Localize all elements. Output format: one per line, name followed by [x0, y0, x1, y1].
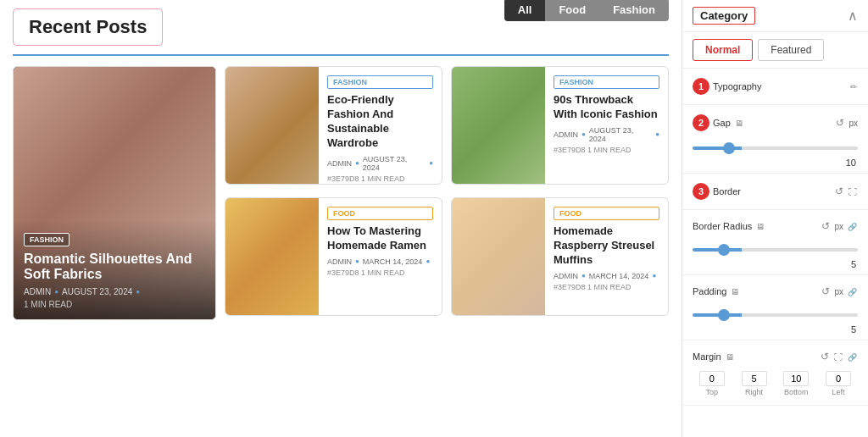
- gap-value: 10: [693, 158, 858, 168]
- padding-row: Padding px: [693, 280, 858, 302]
- post-eco-thumb: [225, 67, 319, 184]
- section-divider: [13, 54, 669, 56]
- padding-unit: px: [834, 287, 843, 296]
- padding-value: 5: [693, 324, 858, 335]
- post-card-ramen[interactable]: FOOD How To Mastering Homemade Ramen ADM…: [225, 197, 442, 316]
- posts-grid: FASHION Romantic Silhouettes And Soft Fa…: [13, 66, 669, 320]
- margin-top-input[interactable]: [699, 371, 725, 386]
- margin-monitor-icon[interactable]: [725, 350, 735, 363]
- border-expand-icon[interactable]: [848, 185, 858, 198]
- filter-food-button[interactable]: Food: [545, 0, 599, 21]
- post-muffins-category: FOOD: [554, 207, 659, 220]
- border-radius-link-icon[interactable]: [847, 219, 858, 233]
- post-90s-title: 90s Throwback With Iconic Fashion: [554, 93, 659, 122]
- post-ramen-thumb: [225, 198, 319, 315]
- margin-refresh-icon[interactable]: [820, 350, 830, 363]
- border-radius-row: Border Radius px: [693, 215, 858, 237]
- post-muffins-image: [452, 198, 545, 315]
- main-content-area: Recent Posts All Food Fashion FASHION Ro…: [0, 0, 682, 437]
- annotation-3: 3: [693, 183, 709, 200]
- filter-buttons-group: All Food Fashion: [504, 0, 669, 21]
- post-ramen-content: FOOD How To Mastering Homemade Ramen ADM…: [319, 198, 442, 315]
- margin-section: Margin Top Right Bottom: [682, 340, 868, 406]
- typography-edit-icon[interactable]: [849, 80, 858, 93]
- border-radius-slider[interactable]: [693, 248, 858, 252]
- gap-slider-row: [693, 136, 858, 158]
- margin-link-icon[interactable]: [847, 350, 858, 363]
- border-controls: [834, 185, 858, 198]
- typography-section: 1 Typography: [682, 69, 868, 105]
- filter-fashion-button[interactable]: Fashion: [599, 0, 669, 21]
- border-label: 3 Border: [693, 183, 741, 200]
- gap-slider[interactable]: [693, 147, 858, 150]
- padding-refresh-icon[interactable]: [821, 285, 831, 298]
- margin-controls: [820, 350, 858, 363]
- recent-posts-title: Recent Posts: [13, 8, 163, 46]
- post-90s-hash: #3E79D8 1 MIN READ: [554, 146, 659, 154]
- panel-collapse-button[interactable]: ∧: [848, 8, 858, 24]
- gap-unit: px: [849, 119, 858, 128]
- post-card-muffins[interactable]: FOOD Homemade Raspberry Streusel Muffins…: [451, 197, 669, 316]
- post-large-title: Romantic Silhouettes And Soft Fabrics: [24, 252, 205, 282]
- padding-label: Padding: [693, 285, 740, 298]
- post-90s-category: FASHION: [554, 75, 659, 89]
- margin-left-input[interactable]: [826, 371, 851, 386]
- border-radius-monitor-icon[interactable]: [755, 219, 765, 233]
- annotation-1: 1: [693, 78, 709, 95]
- margin-label: Margin: [693, 350, 735, 363]
- panel-header: Category ∧: [682, 0, 868, 32]
- post-muffins-thumb: [452, 198, 545, 315]
- margin-right-cell: Right: [735, 371, 774, 396]
- post-eco-image: [225, 67, 319, 184]
- post-eco-meta: ADMIN ● AUGUST 23, 2024 ●: [327, 155, 433, 172]
- post-muffins-content: FOOD Homemade Raspberry Streusel Muffins…: [545, 198, 668, 315]
- filter-all-button[interactable]: All: [504, 0, 546, 21]
- post-90s-thumb: [452, 67, 545, 184]
- post-ramen-image: [225, 198, 319, 315]
- post-muffins-meta: ADMIN ● MARCH 14, 2024 ●: [554, 272, 659, 280]
- padding-monitor-icon[interactable]: [730, 285, 740, 298]
- annotation-2: 2: [693, 114, 709, 131]
- padding-link-icon[interactable]: [847, 285, 858, 298]
- margin-top-label: Top: [706, 388, 719, 396]
- post-muffins-title: Homemade Raspberry Streusel Muffins: [554, 224, 659, 268]
- post-ramen-category: FOOD: [327, 207, 433, 220]
- margin-bottom-input[interactable]: [783, 371, 809, 386]
- margin-left-label: Left: [832, 388, 845, 396]
- border-radius-controls: px: [821, 219, 858, 233]
- border-refresh-icon[interactable]: [834, 185, 844, 198]
- margin-right-input[interactable]: [742, 371, 767, 386]
- margin-right-label: Right: [745, 388, 763, 396]
- border-row: 3 Border: [693, 179, 858, 204]
- post-card-large[interactable]: FASHION Romantic Silhouettes And Soft Fa…: [13, 66, 216, 320]
- post-large-overlay: FASHION Romantic Silhouettes And Soft Fa…: [14, 220, 215, 319]
- post-ramen-hash: #3E79D8 1 MIN READ: [327, 268, 433, 277]
- post-eco-category: FASHION: [327, 75, 433, 89]
- typography-label: 1 Typography: [693, 78, 761, 95]
- border-radius-refresh-icon[interactable]: [821, 219, 831, 233]
- post-eco-content: FASHION Eco-Friendly Fashion And Sustain…: [319, 67, 442, 184]
- border-section: 3 Border: [682, 174, 868, 210]
- border-radius-label: Border Radius: [693, 219, 765, 233]
- panel-title: Category: [693, 7, 755, 25]
- margin-expand-icon[interactable]: [833, 350, 843, 363]
- margin-grid: Top Right Bottom Left: [693, 368, 858, 400]
- margin-left-cell: Left: [819, 371, 858, 396]
- padding-controls: px: [821, 285, 858, 298]
- border-radius-slider-row: [693, 237, 858, 259]
- post-ramen-meta: ADMIN ● MARCH 14, 2024 ●: [327, 257, 433, 266]
- gap-controls: px: [835, 116, 858, 130]
- border-radius-section: Border Radius px 5: [682, 210, 868, 275]
- padding-slider[interactable]: [693, 313, 858, 317]
- gap-monitor-icon[interactable]: [734, 116, 744, 130]
- panel-tabs: Normal Featured: [682, 32, 868, 69]
- tab-normal[interactable]: Normal: [693, 39, 753, 61]
- typography-controls: [849, 80, 858, 93]
- post-eco-hash: #3E79D8 1 MIN READ: [327, 174, 433, 183]
- post-card-90s[interactable]: FASHION 90s Throwback With Iconic Fashio…: [451, 66, 669, 185]
- post-card-eco[interactable]: FASHION Eco-Friendly Fashion And Sustain…: [225, 66, 442, 185]
- gap-refresh-icon[interactable]: [835, 116, 845, 130]
- tab-featured[interactable]: Featured: [758, 39, 824, 61]
- post-ramen-title: How To Mastering Homemade Ramen: [327, 224, 433, 253]
- border-radius-value: 5: [693, 259, 858, 269]
